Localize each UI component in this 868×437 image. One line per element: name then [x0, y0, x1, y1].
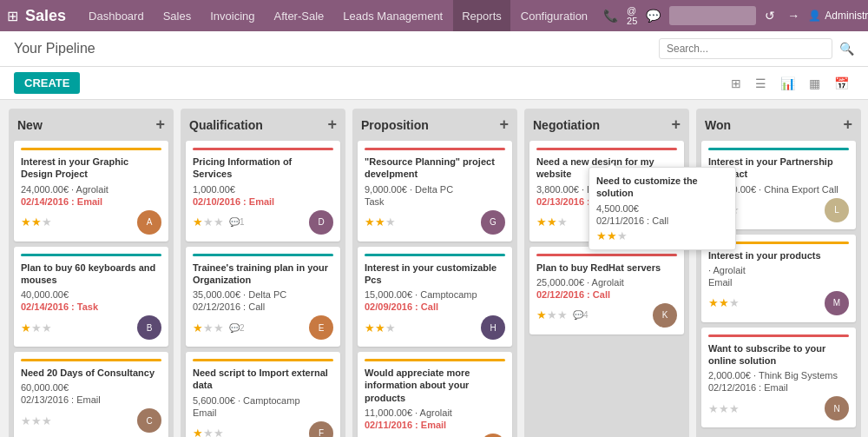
star-empty: ★: [31, 321, 42, 334]
kanban-card[interactable]: Interest in your customizable Pcs 15,000…: [358, 247, 512, 348]
star-rating[interactable]: ★★★: [21, 414, 52, 427]
card-color-bar: [365, 254, 505, 256]
star-empty: ★: [547, 308, 557, 321]
star-rating[interactable]: ★★★: [536, 308, 568, 321]
avatar: L: [825, 198, 849, 222]
card-date: 02/14/2016 : Task: [21, 301, 161, 312]
login-icon[interactable]: →: [784, 9, 803, 23]
star-rating[interactable]: ★★★: [596, 229, 728, 242]
kanban-card[interactable]: "Resource Planning" project develpment 9…: [358, 141, 512, 242]
search-button[interactable]: 🔍: [839, 42, 854, 56]
kanban-card[interactable]: Trainee's training plan in your Organiza…: [186, 247, 340, 348]
star-rating[interactable]: ★★★: [21, 321, 52, 334]
star-rating[interactable]: ★★★: [708, 402, 740, 415]
card-amount: 40,000.00€: [21, 289, 161, 300]
kanban-card[interactable]: Pricing Information of Services 1,000.00…: [186, 141, 340, 242]
card-stars-row: ★★★: [365, 321, 396, 334]
card-amount: · Agrolait: [708, 265, 849, 275]
card-date: 02/12/2016 : Call: [193, 301, 333, 312]
phone-icon[interactable]: 📞: [600, 9, 621, 23]
star-rating[interactable]: ★★★: [536, 215, 568, 228]
nav-invoicing[interactable]: Invoicing: [201, 0, 263, 31]
avatar: B: [137, 315, 161, 340]
star-rating[interactable]: ★★★: [365, 321, 396, 334]
search-input[interactable]: [659, 38, 832, 59]
star-rating[interactable]: ★★★: [193, 427, 224, 437]
avatar-text: H: [490, 323, 496, 333]
column-add-button[interactable]: +: [671, 116, 681, 134]
grid-view-icon[interactable]: ▦: [804, 73, 825, 94]
star-empty: ★: [729, 296, 740, 309]
card-title: Interest in your products: [708, 249, 849, 262]
kanban-card[interactable]: Need 20 Days of Consultancy 60,000.00€ 0…: [14, 352, 168, 437]
nav-reports[interactable]: Reports: [453, 0, 510, 31]
chat-icon[interactable]: 💬: [642, 9, 664, 23]
avatar-text: N: [833, 404, 839, 414]
kanban-card[interactable]: Need a new design for my website 3,800.0…: [529, 141, 684, 242]
avatar: F: [309, 421, 333, 437]
nav-leads-management[interactable]: Leads Management: [334, 0, 451, 31]
card-date: 02/12/2016 : Call: [536, 289, 677, 300]
column-proposition: Proposition + "Resource Planning" projec…: [352, 109, 517, 437]
star-filled: ★: [21, 215, 31, 228]
card-date: Email: [708, 277, 849, 288]
star-filled: ★: [365, 215, 375, 228]
view-icons: ⊞ ☰ 📊 ▦ 📅: [726, 73, 854, 94]
star-rating[interactable]: ★★★: [193, 321, 224, 334]
card-amount: 11,000.00€ · Agrolait: [365, 407, 505, 418]
calendar-view-icon[interactable]: 📅: [829, 73, 854, 94]
refresh-icon[interactable]: ↺: [761, 9, 779, 23]
card-date: 02/12/2016 : Email: [708, 382, 849, 393]
avatar-text: G: [490, 217, 496, 227]
subheader-right: 🔍: [659, 38, 854, 59]
star-rating[interactable]: ★★★: [193, 215, 224, 228]
create-button[interactable]: CREATE: [14, 72, 80, 94]
subheader: Your Pipeline 🔍: [0, 31, 868, 67]
card-stars-row: ★★★ 💬1: [193, 215, 245, 228]
column-add-button[interactable]: +: [155, 116, 165, 134]
column-qualification: Qualification + Pricing Information of S…: [181, 109, 345, 437]
kanban-card[interactable]: Plan to buy 60 keyboards and mouses 40,0…: [14, 247, 168, 348]
card-date: 02/14/2016 : Email: [21, 196, 161, 207]
card-stars-row: ★★★: [365, 215, 396, 228]
apps-icon[interactable]: ⊞: [7, 8, 18, 24]
card-amount: 25,000.00€ · Agrolait: [536, 277, 677, 288]
kanban-card[interactable]: Would appreciate more information about …: [358, 352, 512, 437]
user-name: Administrator: [825, 10, 868, 22]
star-empty: ★: [385, 321, 396, 334]
list-view-icon[interactable]: ☰: [750, 73, 772, 94]
column-add-button[interactable]: +: [499, 116, 509, 134]
kanban-card[interactable]: Interest in your Graphic Design Project …: [14, 141, 168, 242]
avatar: H: [481, 315, 505, 340]
column-new: New + Interest in your Graphic Design Pr…: [9, 109, 174, 437]
at-badge[interactable]: @ 25: [627, 5, 637, 26]
user-menu[interactable]: 👤 Administrator: [808, 10, 868, 22]
column-add-button[interactable]: +: [843, 116, 852, 134]
nav-configuration[interactable]: Configuration: [512, 0, 596, 31]
kanban-card[interactable]: Want to subscribe to your online solutio…: [701, 328, 856, 428]
star-empty: ★: [203, 427, 214, 437]
star-empty: ★: [214, 427, 224, 437]
nav-sales[interactable]: Sales: [155, 0, 201, 31]
star-empty: ★: [42, 321, 52, 334]
column-header: Won +: [696, 109, 861, 141]
star-rating[interactable]: ★★★: [21, 215, 52, 228]
star-empty: ★: [385, 215, 396, 228]
column-title: Won: [705, 118, 731, 132]
star-rating[interactable]: ★★★: [365, 215, 396, 228]
nav-search-input[interactable]: [669, 6, 756, 25]
chart-view-icon[interactable]: 📊: [775, 73, 800, 94]
column-add-button[interactable]: +: [327, 116, 337, 134]
star-rating[interactable]: ★★★: [708, 296, 740, 309]
avatar: K: [653, 303, 677, 328]
avatar: A: [137, 210, 161, 235]
card-amount: 1,000.00€: [193, 184, 333, 195]
nav-right: 📞 @ 25 💬 ↺ → 👤 Administrator: [600, 5, 868, 26]
column-header: Proposition +: [352, 109, 517, 141]
nav-dashboard[interactable]: Dashboard: [80, 0, 153, 31]
nav-after-sale[interactable]: After-Sale: [266, 0, 333, 31]
kanban-view-icon[interactable]: ⊞: [726, 73, 746, 94]
kanban-card[interactable]: Plan to buy RedHat servers 25,000.00€ · …: [529, 247, 684, 334]
kanban-card[interactable]: Need script to Import external data 5,60…: [186, 352, 340, 437]
star-filled: ★: [365, 321, 375, 334]
